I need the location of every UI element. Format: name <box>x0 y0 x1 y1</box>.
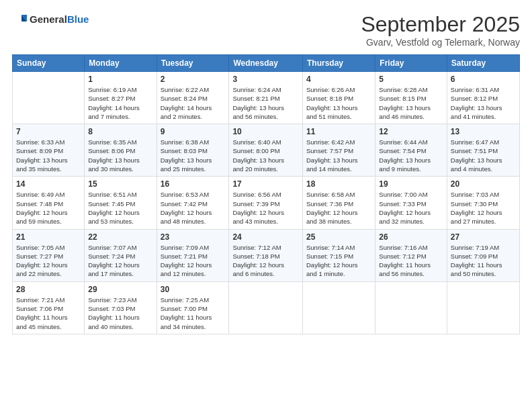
day-number: 19 <box>379 179 443 189</box>
logo-blue: Blue <box>67 13 89 25</box>
day-number: 4 <box>306 75 371 84</box>
day-number: 20 <box>451 179 516 189</box>
day-number: 18 <box>306 179 371 189</box>
day-info: Sunrise: 7:21 AMSunset: 7:06 PMDaylight:… <box>16 295 81 331</box>
calendar-week-row: 21Sunrise: 7:05 AMSunset: 7:27 PMDayligh… <box>13 229 520 281</box>
table-row: 7Sunrise: 6:33 AMSunset: 8:09 PMDaylight… <box>13 124 85 177</box>
day-info: Sunrise: 6:31 AMSunset: 8:12 PMDaylight:… <box>451 85 516 121</box>
day-number: 30 <box>161 285 226 294</box>
col-tuesday: Tuesday <box>157 55 229 72</box>
table-row: 19Sunrise: 7:00 AMSunset: 7:33 PMDayligh… <box>375 177 447 229</box>
table-row: 22Sunrise: 7:07 AMSunset: 7:24 PMDayligh… <box>85 229 157 281</box>
logo-general: General <box>30 13 67 25</box>
table-row: 16Sunrise: 6:53 AMSunset: 7:42 PMDayligh… <box>157 177 229 229</box>
table-row: 13Sunrise: 6:47 AMSunset: 7:51 PMDayligh… <box>447 124 519 177</box>
day-number: 16 <box>161 179 226 189</box>
day-info: Sunrise: 6:26 AMSunset: 8:18 PMDaylight:… <box>306 85 371 121</box>
day-number: 5 <box>379 75 443 84</box>
day-info: Sunrise: 6:58 AMSunset: 7:36 PMDaylight:… <box>306 190 371 226</box>
day-number: 10 <box>232 127 299 136</box>
day-info: Sunrise: 6:35 AMSunset: 8:06 PMDaylight:… <box>88 138 152 173</box>
calendar-week-row: 1Sunrise: 6:19 AMSunset: 8:27 PMDaylight… <box>13 72 520 124</box>
table-row: 24Sunrise: 7:12 AMSunset: 7:18 PMDayligh… <box>229 229 303 281</box>
day-number: 11 <box>306 127 371 136</box>
table-row <box>375 281 447 334</box>
table-row: 15Sunrise: 6:51 AMSunset: 7:45 PMDayligh… <box>85 177 157 229</box>
day-info: Sunrise: 6:53 AMSunset: 7:42 PMDaylight:… <box>161 190 226 226</box>
day-info: Sunrise: 6:22 AMSunset: 8:24 PMDaylight:… <box>161 85 226 121</box>
table-row: 20Sunrise: 7:03 AMSunset: 7:30 PMDayligh… <box>447 177 519 229</box>
day-number: 27 <box>451 232 516 242</box>
day-number: 28 <box>16 285 81 294</box>
table-row <box>13 72 85 124</box>
day-info: Sunrise: 6:49 AMSunset: 7:48 PMDaylight:… <box>16 190 81 226</box>
table-row: 23Sunrise: 7:09 AMSunset: 7:21 PMDayligh… <box>157 229 229 281</box>
day-info: Sunrise: 7:03 AMSunset: 7:30 PMDaylight:… <box>451 190 516 226</box>
day-info: Sunrise: 6:44 AMSunset: 7:54 PMDaylight:… <box>379 138 443 173</box>
table-row: 28Sunrise: 7:21 AMSunset: 7:06 PMDayligh… <box>13 281 85 334</box>
table-row: 17Sunrise: 6:56 AMSunset: 7:39 PMDayligh… <box>229 177 303 229</box>
day-info: Sunrise: 7:16 AMSunset: 7:12 PMDaylight:… <box>379 243 443 279</box>
table-row: 18Sunrise: 6:58 AMSunset: 7:36 PMDayligh… <box>303 177 375 229</box>
day-info: Sunrise: 6:51 AMSunset: 7:45 PMDaylight:… <box>88 190 152 226</box>
day-number: 3 <box>232 75 299 84</box>
day-number: 8 <box>88 127 152 136</box>
day-info: Sunrise: 7:07 AMSunset: 7:24 PMDaylight:… <box>88 243 152 279</box>
table-row: 26Sunrise: 7:16 AMSunset: 7:12 PMDayligh… <box>375 229 447 281</box>
day-number: 17 <box>232 179 299 189</box>
day-info: Sunrise: 6:47 AMSunset: 7:51 PMDaylight:… <box>451 138 516 173</box>
day-number: 9 <box>161 127 226 136</box>
calendar-week-row: 28Sunrise: 7:21 AMSunset: 7:06 PMDayligh… <box>13 281 520 334</box>
title-block: September 2025 Gvarv, Vestfold og Telema… <box>361 12 520 48</box>
calendar-week-row: 14Sunrise: 6:49 AMSunset: 7:48 PMDayligh… <box>13 177 520 229</box>
calendar-table: Sunday Monday Tuesday Wednesday Thursday… <box>12 54 520 334</box>
day-info: Sunrise: 7:09 AMSunset: 7:21 PMDaylight:… <box>161 243 226 279</box>
day-info: Sunrise: 6:42 AMSunset: 7:57 PMDaylight:… <box>306 138 371 173</box>
table-row: 12Sunrise: 6:44 AMSunset: 7:54 PMDayligh… <box>375 124 447 177</box>
day-info: Sunrise: 7:05 AMSunset: 7:27 PMDaylight:… <box>16 243 81 279</box>
day-number: 23 <box>161 232 226 242</box>
calendar-header-row: Sunday Monday Tuesday Wednesday Thursday… <box>13 55 520 72</box>
day-number: 24 <box>232 232 299 242</box>
location: Gvarv, Vestfold og Telemark, Norway <box>361 37 520 48</box>
table-row: 5Sunrise: 6:28 AMSunset: 8:15 PMDaylight… <box>375 72 447 124</box>
day-number: 13 <box>451 127 516 136</box>
table-row: 8Sunrise: 6:35 AMSunset: 8:06 PMDaylight… <box>85 124 157 177</box>
day-info: Sunrise: 6:19 AMSunset: 8:27 PMDaylight:… <box>88 85 152 121</box>
day-number: 21 <box>16 232 81 242</box>
header: GeneralBlue September 2025 Gvarv, Vestfo… <box>12 12 520 48</box>
day-info: Sunrise: 7:25 AMSunset: 7:00 PMDaylight:… <box>161 295 226 331</box>
table-row: 9Sunrise: 6:38 AMSunset: 8:03 PMDaylight… <box>157 124 229 177</box>
day-number: 7 <box>16 127 81 136</box>
logo-text: GeneralBlue <box>30 13 89 26</box>
table-row: 27Sunrise: 7:19 AMSunset: 7:09 PMDayligh… <box>447 229 519 281</box>
table-row: 6Sunrise: 6:31 AMSunset: 8:12 PMDaylight… <box>447 72 519 124</box>
table-row <box>447 281 519 334</box>
day-info: Sunrise: 7:12 AMSunset: 7:18 PMDaylight:… <box>232 243 299 279</box>
col-thursday: Thursday <box>303 55 375 72</box>
day-number: 12 <box>379 127 443 136</box>
day-number: 14 <box>16 179 81 189</box>
table-row <box>303 281 375 334</box>
day-info: Sunrise: 6:56 AMSunset: 7:39 PMDaylight:… <box>232 190 299 226</box>
col-friday: Friday <box>375 55 447 72</box>
calendar-week-row: 7Sunrise: 6:33 AMSunset: 8:09 PMDaylight… <box>13 124 520 177</box>
day-info: Sunrise: 7:00 AMSunset: 7:33 PMDaylight:… <box>379 190 443 226</box>
table-row: 30Sunrise: 7:25 AMSunset: 7:00 PMDayligh… <box>157 281 229 334</box>
day-info: Sunrise: 7:14 AMSunset: 7:15 PMDaylight:… <box>306 243 371 279</box>
logo-icon <box>12 12 27 27</box>
table-row: 3Sunrise: 6:24 AMSunset: 8:21 PMDaylight… <box>229 72 303 124</box>
day-number: 2 <box>161 75 226 84</box>
table-row: 10Sunrise: 6:40 AMSunset: 8:00 PMDayligh… <box>229 124 303 177</box>
page: GeneralBlue September 2025 Gvarv, Vestfo… <box>0 0 532 411</box>
day-info: Sunrise: 6:33 AMSunset: 8:09 PMDaylight:… <box>16 138 81 173</box>
table-row: 4Sunrise: 6:26 AMSunset: 8:18 PMDaylight… <box>303 72 375 124</box>
logo: GeneralBlue <box>12 12 89 27</box>
day-info: Sunrise: 6:24 AMSunset: 8:21 PMDaylight:… <box>232 85 299 121</box>
col-monday: Monday <box>85 55 157 72</box>
col-sunday: Sunday <box>13 55 85 72</box>
table-row: 1Sunrise: 6:19 AMSunset: 8:27 PMDaylight… <box>85 72 157 124</box>
day-number: 15 <box>88 179 152 189</box>
day-number: 1 <box>88 75 152 84</box>
day-number: 25 <box>306 232 371 242</box>
